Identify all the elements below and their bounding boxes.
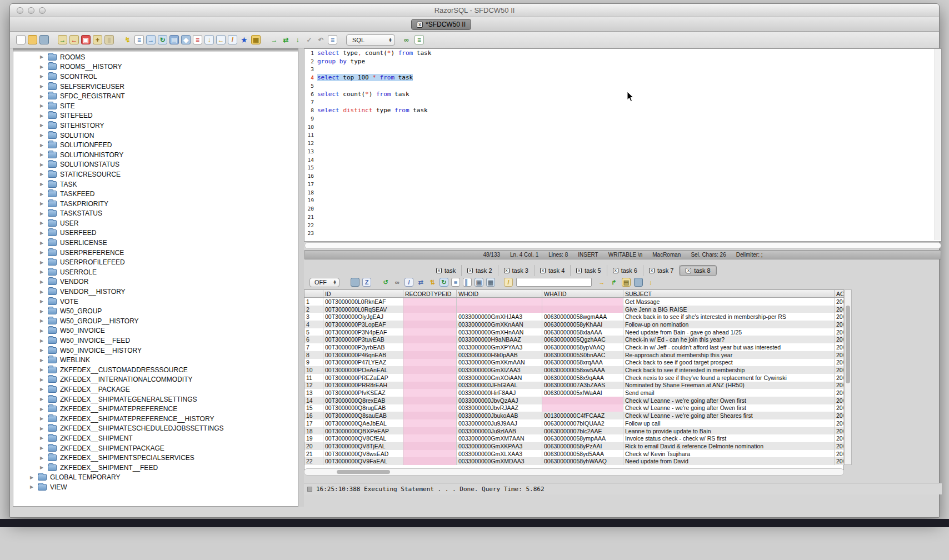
table-cell[interactable] (403, 389, 457, 397)
tree-item[interactable]: ▶ZKFEDEX__INTERNATIONALCOMMODITY (13, 375, 298, 385)
tree-item[interactable]: ▶W50_INVOICE (13, 326, 298, 336)
expand-triangle-icon[interactable]: ▶ (39, 152, 44, 157)
expand-triangle-icon[interactable]: ▶ (39, 367, 44, 372)
expand-triangle-icon[interactable]: ▶ (39, 407, 44, 412)
expand-triangle-icon[interactable]: ▶ (39, 123, 44, 128)
table-cell[interactable]: 200 (835, 366, 844, 374)
table-cell[interactable]: Leanne to provide update to Bain (623, 427, 835, 435)
expand-triangle-icon[interactable]: ▶ (39, 318, 44, 323)
table-cell[interactable]: 006300000058xw5AAA (542, 366, 623, 374)
table-row[interactable]: 2200T3000000QV9FaEAL0033000000GmXMDAA300… (304, 457, 843, 465)
result-tab-close-icon[interactable]: x (686, 268, 691, 273)
insert-row-icon[interactable]: ⇄ (416, 278, 425, 287)
table-row[interactable]: 1400T3000000Q8rexEAB0033000000JbvQzAAJCh… (304, 397, 843, 404)
table-row[interactable]: 1700T3000000QAeJbEAL0033000000Ju9J9AAJ00… (304, 419, 843, 427)
editor-vertical-scrollbar[interactable] (935, 49, 941, 240)
table-cell[interactable] (403, 457, 457, 465)
copy-rows-icon[interactable]: ▣ (474, 278, 483, 287)
split-divider[interactable] (298, 48, 304, 507)
table-cell[interactable]: 00T3000000L0RqSEAV (323, 306, 403, 313)
table-cell[interactable]: 200 (835, 374, 844, 382)
result-tab[interactable]: xtask 2 (462, 265, 498, 276)
table-cell[interactable]: 0033000000H9i0pAAB (457, 351, 542, 359)
tree-item[interactable]: ▶TASKPRIORITY (13, 199, 298, 209)
table-cell[interactable] (542, 404, 623, 412)
table-cell[interactable]: 00T3000000PRR8rEAH (323, 382, 403, 389)
editor-line[interactable]: 8select distinct type from task (304, 106, 941, 114)
table-cell[interactable]: 00T3000000P3N4pEAF (323, 328, 403, 336)
expand-triangle-icon[interactable]: ▶ (39, 289, 44, 294)
editor-line[interactable]: 21 (304, 213, 941, 221)
table-cell[interactable]: 0033000000GmXPYAA3 (457, 343, 542, 351)
tree-item[interactable]: ▶SOLUTIONSTATUS (13, 160, 298, 170)
expand-triangle-icon[interactable]: ▶ (39, 133, 44, 138)
results-horizontal-scrollbar[interactable] (304, 468, 844, 476)
table-cell[interactable]: 00T3000000P3yrbEAB (323, 343, 403, 351)
expand-triangle-icon[interactable]: ▶ (39, 182, 44, 187)
tree-item[interactable]: ▶W50_GROUP (13, 306, 298, 316)
expand-triangle-icon[interactable]: ▶ (39, 446, 44, 451)
tree-item[interactable]: ▶ZKFEDEX__SHIPMENTSPECIALSERVICES (13, 453, 298, 463)
table-cell[interactable]: 00T3000000QBXPeEAP (323, 427, 403, 435)
table-row[interactable]: 2100T3000000QV8wsEAD0033000000GmXLXAA300… (304, 450, 843, 458)
table-cell[interactable]: 0033000000JbvRJAAZ (457, 404, 542, 412)
execute-down-icon[interactable]: ↓ (293, 35, 302, 44)
expand-triangle-icon[interactable]: ▶ (39, 241, 44, 246)
table-cell[interactable]: Follow-up on nomination (623, 321, 835, 328)
tree-item[interactable]: ▶VENDOR__HISTORY (13, 287, 298, 297)
table-cell[interactable]: 0033000000JbvQzAAJ (457, 397, 542, 404)
result-tab[interactable]: xtask 4 (535, 265, 571, 276)
result-tab-close-icon[interactable]: x (540, 268, 546, 273)
table-row[interactable]: 1500T3000000Q8rugEAB0033000000JbvRJAAZCh… (304, 404, 843, 412)
table-cell[interactable]: 200 (835, 313, 844, 321)
table-cell[interactable]: 00T3000000QV8TjEAL (323, 442, 403, 450)
table-cell[interactable] (403, 328, 457, 336)
tree-item[interactable]: ▶WEBLINK (13, 355, 298, 365)
tree-item[interactable]: ▶SOLUTION (13, 131, 298, 141)
table-cell[interactable]: 200 (835, 397, 844, 404)
expand-triangle-icon[interactable]: ▶ (39, 103, 44, 108)
tree-item[interactable]: ▶USERPREFERENCE (13, 248, 298, 258)
tree-item[interactable]: ▶USERROLE (13, 267, 298, 277)
table-cell[interactable]: 006300000058xrqAAA (542, 359, 623, 367)
table-cell[interactable] (403, 321, 457, 328)
execute-sql-bolt-icon[interactable]: ↯ (123, 35, 132, 44)
tree-item[interactable]: ▶USERPROFILEFEED (13, 257, 298, 267)
table-cell[interactable]: Check-in w/ Ed - can he join this year? (623, 336, 835, 343)
table-cell[interactable]: Check back in to see if she's interested… (623, 313, 835, 321)
tree-item[interactable]: ▶ZKFEDEX__SHIPMENT (13, 433, 298, 443)
table-cell[interactable]: Check w/ Leanne - we're going after Owen… (623, 404, 835, 412)
result-tab[interactable]: xtask 3 (498, 265, 535, 276)
tree-item[interactable]: ▶GLOBAL TEMPORARY (13, 473, 298, 483)
expand-triangle-icon[interactable]: ▶ (39, 260, 44, 265)
expand-triangle-icon[interactable]: ▶ (39, 269, 44, 274)
table-cell[interactable]: 00630000007blc2AAE (542, 427, 623, 435)
table-cell[interactable] (403, 351, 457, 359)
table-row[interactable]: 1300T3000000PfvKSEAZ0033000000HirF8AAJ00… (304, 389, 843, 397)
sort-left-icon[interactable]: ← (216, 35, 226, 44)
tree-item[interactable]: ▶VOTE (13, 297, 298, 307)
table-cell[interactable]: 00T3000000QV9FaEAL (323, 457, 403, 465)
editor-horizontal-scrollbar[interactable] (304, 242, 941, 249)
new-file-icon[interactable] (16, 35, 26, 44)
table-cell[interactable] (403, 298, 457, 306)
table-cell[interactable]: 00630000007A3bZAAS (542, 382, 623, 389)
tree-item[interactable]: ▶SITE (13, 101, 298, 111)
table-cell[interactable]: 200 (835, 298, 844, 306)
column-header[interactable]: ID (323, 290, 403, 297)
table-cell[interactable] (403, 313, 457, 321)
table-cell[interactable]: 006300000058ypVAAQ (542, 343, 623, 351)
tree-item[interactable]: ▶ZKFEDEX__SHIPMATEPREFERENCE__HISTORY (13, 414, 298, 424)
editor-line[interactable]: 2group by type (304, 57, 941, 66)
expand-triangle-icon[interactable]: ▶ (39, 74, 44, 79)
table-cell[interactable]: Give Jenn a BIG RAISE (623, 306, 835, 313)
table-cell[interactable]: 0033000000GmXKPAA3 (457, 442, 542, 450)
results-horizontal-scrollbar-thumb[interactable] (337, 470, 390, 474)
table-cell[interactable]: 200 (835, 427, 844, 435)
refresh-table-data-icon[interactable]: ↻ (439, 278, 448, 287)
notes-page-icon[interactable]: ≡ (328, 35, 337, 44)
result-tab-close-icon[interactable]: x (649, 268, 655, 273)
expand-triangle-icon[interactable]: ▶ (39, 221, 44, 226)
tree-item[interactable]: ▶SITEFEED (13, 111, 298, 121)
table-cell[interactable]: 200 (835, 419, 844, 427)
